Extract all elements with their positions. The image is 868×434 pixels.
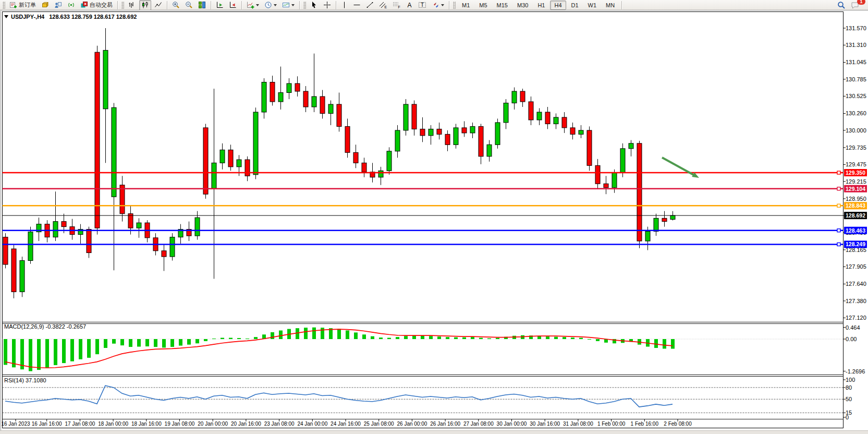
search-button[interactable] [835,0,848,10]
svg-text:128.950: 128.950 [846,196,866,202]
svg-text:A: A [408,2,412,9]
arrows-icon [432,1,439,9]
text-tool-button[interactable]: A [404,0,415,10]
gold-box-icon [41,1,49,9]
price-chart-canvas[interactable]: 131.570131.310131.045130.785130.525130.2… [0,0,868,434]
tile-windows-button[interactable] [196,0,208,10]
timeframe-w1-button[interactable]: W1 [584,1,601,10]
svg-text:F: F [398,5,400,9]
svg-text:17 Jan 08:00: 17 Jan 08:00 [65,421,95,427]
toolbar-grip[interactable] [303,2,306,9]
auto-scroll-icon [216,1,224,9]
indicators-button[interactable] [244,0,261,10]
svg-text:50: 50 [846,396,852,402]
svg-text:E: E [385,5,387,9]
search-icon [837,1,846,9]
fibonacci-tool-button[interactable]: F [390,0,403,10]
line-chart-button[interactable] [152,0,164,10]
svg-text:26 Jan 16:00: 26 Jan 16:00 [430,421,460,427]
chart-shift-button[interactable] [227,0,239,10]
toolbar-separator [117,1,118,9]
cursor-tool-button[interactable] [308,0,320,10]
chart-title: USDJPY-,H4 [11,14,44,20]
bar-chart-icon [128,1,136,9]
svg-text:1 Feb 00:00: 1 Feb 00:00 [597,421,626,427]
svg-text:27 Jan 08:00: 27 Jan 08:00 [463,421,494,427]
timeframe-m15-button[interactable]: M15 [493,1,512,10]
zoom-out-button[interactable] [183,0,195,10]
zoom-in-icon [172,1,180,9]
line-handle[interactable] [837,171,840,174]
periods-button[interactable] [262,0,279,10]
svg-text:131.045: 131.045 [846,59,866,65]
svg-text:128.249: 128.249 [846,241,865,247]
auto-trading-label: 自动交易 [90,1,113,9]
arrows-tool-button[interactable] [430,0,446,10]
toolbar-grip[interactable] [453,2,456,9]
timeframe-h4-button[interactable]: H4 [550,1,566,10]
svg-text:127.120: 127.120 [846,315,866,321]
vertical-line-icon [341,1,348,9]
toolbar-grip[interactable] [3,2,5,9]
svg-text:131.310: 131.310 [846,42,866,48]
auto-trading-button[interactable]: 自动交易 [78,0,115,10]
history-center-button[interactable] [39,0,51,10]
svg-text:128.463: 128.463 [846,227,865,234]
horizontal-line-tool-button[interactable] [351,0,363,10]
toolbar-separator [211,1,211,9]
window-bottom-edge [0,430,868,434]
timeframe-h1-button[interactable]: H1 [533,1,549,10]
chart-ohlc-values: 128.633 128.759 128.617 128.692 [49,14,137,20]
svg-text:129.215: 129.215 [846,178,866,185]
svg-text:18 Jan 00:00: 18 Jan 00:00 [98,421,128,427]
line-handle[interactable] [837,204,840,207]
signal-button[interactable] [65,0,77,10]
collapse-icon[interactable] [4,15,8,18]
equidistant-channel-tool-button[interactable]: E [377,0,389,10]
svg-text:130.260: 130.260 [846,110,866,116]
line-handle[interactable] [837,187,840,190]
auto-trading-icon [80,1,88,9]
toolbar-grip[interactable] [121,2,124,9]
svg-text:19 Jan 08:00: 19 Jan 08:00 [165,421,195,427]
svg-text:128.843: 128.843 [846,202,865,209]
crosshair-tool-button[interactable] [321,0,333,10]
vertical-line-tool-button[interactable] [339,0,350,10]
zoom-in-button[interactable] [170,0,182,10]
templates-button[interactable] [280,0,297,10]
toolbar-separator [621,1,622,9]
chart-shift-icon [229,1,237,9]
svg-text:127.380: 127.380 [846,298,866,304]
svg-text:0.464: 0.464 [846,324,860,331]
toolbar-separator [449,1,449,9]
line-handle[interactable] [837,229,840,232]
text-icon: A [406,1,413,9]
candlestick-chart-button[interactable] [139,0,151,10]
line-chart-icon [154,1,162,9]
crosshair-icon [323,1,331,9]
publisher-button[interactable] [52,0,64,10]
new-order-button[interactable]: 新订单 [7,0,38,10]
svg-text:-1.2696: -1.2696 [846,368,865,375]
bar-chart-button[interactable] [126,0,138,10]
trendline-tool-button[interactable] [364,0,376,10]
svg-text:128.692: 128.692 [846,212,865,219]
toolbar-separator [336,1,336,9]
timeframe-group: M1M5M15M30H1H4D1W1MN [457,1,619,10]
auto-scroll-button[interactable] [214,0,226,10]
text-label-tool-button[interactable]: T [416,0,429,10]
svg-text:100: 100 [846,377,855,383]
chat-button[interactable]: 1 [849,0,862,10]
timeframe-m30-button[interactable]: M30 [513,1,532,10]
line-handle[interactable] [837,243,840,246]
chat-badge: 1 [857,0,865,5]
svg-text:129.475: 129.475 [846,161,866,167]
timeframe-m5-button[interactable]: M5 [475,1,491,10]
timeframe-m1-button[interactable]: M1 [458,1,474,10]
tile-windows-icon [198,1,206,9]
timeframe-d1-button[interactable]: D1 [567,1,583,10]
svg-text:129.104: 129.104 [846,186,865,192]
rsi-indicator-label: RSI(14) 37.1080 [4,377,46,383]
timeframe-mn-button[interactable]: MN [602,1,619,10]
toolbar-separator [299,1,300,9]
